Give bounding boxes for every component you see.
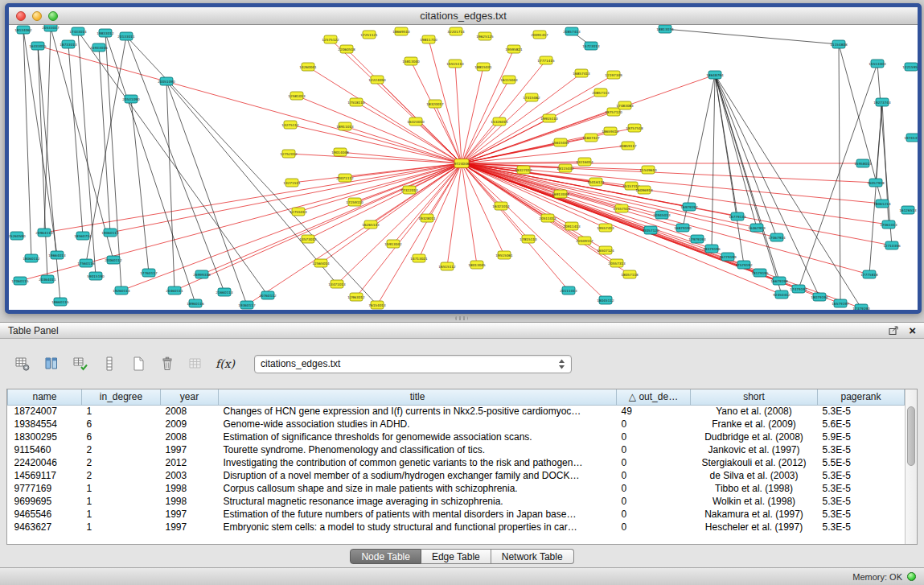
graph-node[interactable]: 20760112 [259, 291, 277, 299]
graph-node[interactable]: 12581013 [288, 92, 306, 100]
graph-node[interactable]: 20051090 [158, 77, 175, 85]
graph-node[interactable]: 73057120 [642, 226, 659, 234]
graph-node[interactable]: 17060115 [11, 277, 29, 285]
graph-node[interactable]: 16913044 [552, 190, 569, 198]
graph-node[interactable]: 18757518 [626, 124, 643, 132]
graph-node[interactable]: 17315062 [523, 93, 540, 101]
graph-node[interactable]: 18560714 [74, 232, 92, 240]
graph-node[interactable]: 12575122 [322, 35, 339, 43]
graph-node[interactable]: 20859117 [619, 142, 637, 150]
function-builder-button[interactable]: f(x) [214, 352, 236, 375]
graph-node[interactable]: 16879190 [674, 224, 692, 232]
graph-node[interactable]: 11607427 [582, 134, 600, 142]
graph-node[interactable]: 16679198 [770, 277, 788, 285]
table-row[interactable]: 1872400712008Changes of HCN gene express… [8, 405, 905, 418]
graph-node[interactable]: 18115032 [556, 164, 574, 172]
graph-node[interactable]: 12755013 [290, 208, 307, 216]
close-panel-button[interactable]: × [909, 325, 916, 336]
graph-node[interactable]: 18911013 [336, 122, 354, 130]
table-selector-dropdown[interactable]: citations_edges.txt [254, 355, 572, 373]
graph-node[interactable]: 17579192 [735, 261, 753, 269]
graph-node[interactable]: 12710356 [883, 241, 901, 249]
graph-node[interactable]: 16507124 [597, 246, 614, 254]
graph-node[interactable]: 18660115 [51, 298, 69, 306]
network-canvas[interactable]: 1581304012224050175181141891101319014048… [9, 25, 918, 310]
graph-node[interactable]: 16857413 [573, 69, 590, 77]
graph-node[interactable]: 21660113 [216, 288, 233, 296]
graph-node[interactable]: 17379190 [852, 304, 870, 310]
graph-node[interactable]: 18659412 [602, 127, 619, 135]
graph-node[interactable]: 16515112 [438, 262, 456, 270]
delete-table-button[interactable] [156, 352, 179, 375]
graph-node[interactable]: 18320017 [426, 100, 444, 108]
graph-node[interactable]: 18179195 [751, 269, 769, 277]
import-table-button[interactable] [185, 352, 207, 375]
graph-node[interactable]: 19811710 [420, 35, 437, 43]
graph-node[interactable]: 19014048 [331, 148, 349, 156]
column-header-pagerank[interactable]: pagerank [818, 389, 905, 405]
table-row[interactable]: 2242004622012Investigating the contribut… [8, 456, 905, 469]
graph-node[interactable]: 22049117 [576, 237, 593, 245]
table-row[interactable]: 1830029562008Estimation of significance … [8, 431, 905, 443]
graph-node[interactable]: 16979197 [680, 203, 698, 211]
table-row[interactable]: 1456911722003Disruption of a novel membe… [8, 469, 905, 482]
graph-node[interactable]: 13471013 [328, 280, 346, 288]
graph-node[interactable]: 12197349 [605, 71, 622, 79]
graph-node[interactable]: 76154013 [368, 301, 386, 309]
graph-node[interactable]: 15958013 [854, 159, 872, 167]
graph-node[interactable]: 13271511 [283, 179, 301, 187]
graph-node[interactable]: 17479191 [790, 285, 807, 293]
scrollbar-thumb[interactable] [907, 406, 915, 466]
table-row[interactable]: 946554611997Estimation of the future num… [8, 508, 905, 521]
graph-node[interactable]: 20111013 [560, 286, 577, 295]
graph-node[interactable]: 13216014 [576, 158, 593, 166]
graph-node[interactable]: 15615041 [552, 138, 569, 146]
graph-node[interactable]: 16057918 [867, 179, 885, 187]
graph-node[interactable]: 12752012 [280, 150, 298, 158]
graph-node[interactable]: 19595821 [505, 45, 523, 53]
graph-node[interactable]: 16779134 [729, 212, 746, 220]
graph-node[interactable]: 20091417 [531, 31, 548, 39]
graph-node[interactable]: 12224050 [368, 76, 386, 84]
graph-node[interactable]: 17557514 [613, 204, 630, 212]
graph-hub-node[interactable]: 9724046 [454, 159, 470, 168]
graph-node[interactable]: 16096913 [635, 186, 653, 194]
graph-node[interactable]: 18960116 [187, 299, 204, 307]
graph-node[interactable]: 18045112 [597, 296, 614, 304]
graph-node[interactable]: 18079194 [811, 293, 828, 301]
graph-node[interactable]: 20857113 [592, 89, 610, 97]
graph-node[interactable]: 18060112 [23, 254, 40, 262]
column-header-in_degree[interactable]: in_degree [82, 389, 161, 405]
graph-node[interactable]: 17433014 [69, 27, 87, 35]
close-window-button[interactable] [16, 11, 26, 21]
graph-node[interactable]: 92450412 [773, 290, 791, 299]
row-options-button[interactable] [98, 352, 121, 375]
window-titlebar[interactable]: citations_edges.txt [9, 7, 918, 25]
graph-node[interactable]: 20945013 [653, 211, 671, 219]
graph-node[interactable]: 18013045 [468, 261, 486, 269]
column-header-name[interactable]: name [8, 389, 82, 405]
graph-node[interactable]: 17979193 [688, 235, 706, 243]
graph-node[interactable]: 32201714 [447, 27, 465, 35]
panel-resize-grip[interactable] [455, 316, 468, 320]
graph-node[interactable]: 11549610 [639, 166, 657, 174]
graph-node[interactable]: 20533017 [42, 25, 60, 31]
graph-node[interactable]: 18733013 [60, 40, 77, 48]
table-settings-button[interactable] [11, 352, 34, 375]
graph-node[interactable]: 15016121 [587, 178, 605, 186]
graph-node[interactable]: 26999338 [193, 270, 211, 278]
graph-node[interactable]: 20511013 [539, 214, 556, 222]
graph-node[interactable]: 18134062 [14, 26, 32, 34]
graph-node[interactable]: 22060518 [338, 45, 355, 53]
graph-node[interactable]: 16333015 [29, 42, 47, 50]
graph-node[interactable]: 17775818 [860, 270, 878, 278]
graph-node[interactable]: 12565014 [312, 259, 330, 267]
graph-node[interactable]: 19625125 [476, 32, 494, 40]
graph-node[interactable]: 16115043 [500, 76, 518, 84]
tab-edge-table[interactable]: Edge Table [421, 549, 491, 564]
graph-node[interactable]: 18061214 [873, 200, 891, 208]
graph-node[interactable]: 17259110 [346, 198, 363, 206]
graph-node[interactable]: 20531090 [122, 95, 140, 103]
tab-node-table[interactable]: Node Table [350, 549, 421, 564]
graph-node[interactable]: 16324010 [407, 117, 425, 126]
